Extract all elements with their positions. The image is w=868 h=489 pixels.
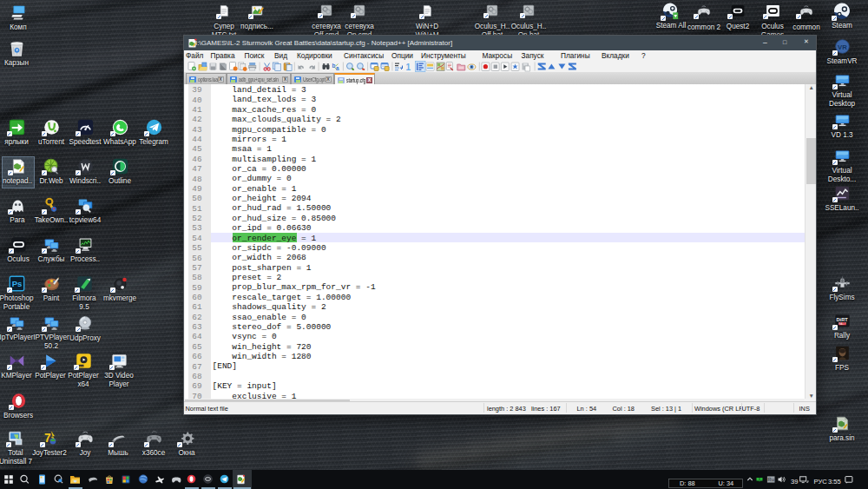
svg-text:a: a bbox=[336, 65, 339, 71]
svg-text:1: 1 bbox=[406, 63, 411, 72]
svg-text:D: 88: D: 88 bbox=[680, 479, 695, 487]
svg-text:39: 39 bbox=[791, 478, 798, 486]
svg-text:U: 34: U: 34 bbox=[719, 479, 734, 487]
svg-text:3:55: 3:55 bbox=[828, 478, 841, 486]
svg-text:РУС: РУС bbox=[814, 478, 828, 486]
svg-text:Ru: Ru bbox=[767, 477, 774, 482]
